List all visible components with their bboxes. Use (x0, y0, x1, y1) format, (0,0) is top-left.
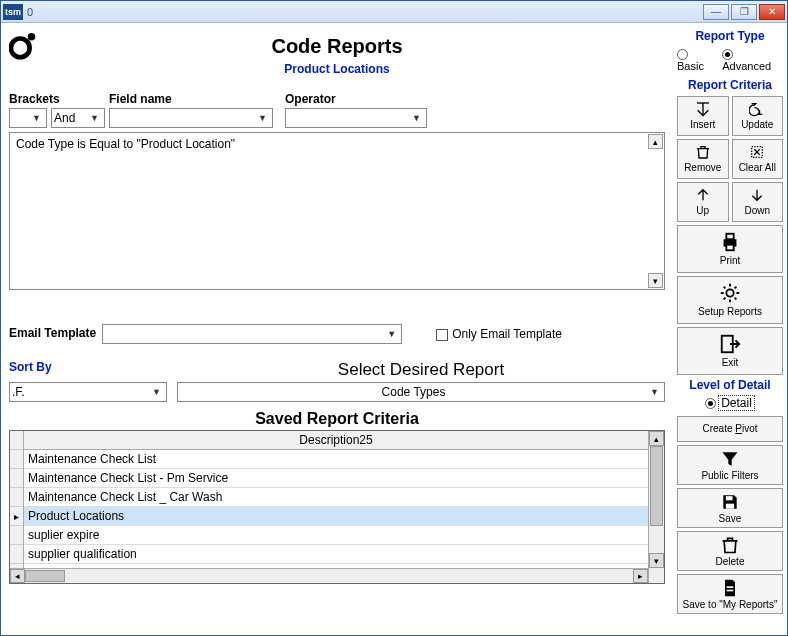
svg-rect-11 (727, 589, 734, 591)
table-row[interactable]: Maintenance Check List - Pm Service (24, 469, 648, 488)
saved-criteria-title: Saved Report Criteria (9, 410, 665, 428)
column-header[interactable]: Description25 (24, 431, 648, 450)
chevron-down-icon: ▼ (255, 109, 270, 127)
detail-radio[interactable]: Detail (705, 396, 755, 410)
report-combo[interactable]: Code Types▼ (177, 382, 665, 402)
table-row-selected[interactable]: Product Locations (24, 507, 648, 526)
save-button[interactable]: Save (677, 488, 783, 528)
page-subtitle: Product Locations (9, 62, 665, 76)
titlebar: tsm 0 — ❐ ✕ (1, 1, 787, 23)
save-to-my-reports-button[interactable]: Save to "My Reports" (677, 574, 783, 614)
criteria-text: Code Type is Equal to "Product Location" (16, 137, 235, 151)
close-button[interactable]: ✕ (759, 4, 785, 20)
clear-icon (749, 144, 765, 160)
scroll-right-icon[interactable]: ▸ (633, 569, 648, 583)
document-icon (720, 578, 740, 598)
vertical-scrollbar[interactable]: ▴ ▾ (648, 431, 664, 583)
svg-rect-6 (726, 245, 733, 251)
field-name-combo[interactable]: ▼ (109, 108, 273, 128)
insert-icon (695, 101, 711, 117)
app-logo-icon (9, 31, 39, 61)
email-template-label: Email Template (9, 326, 96, 340)
scroll-thumb[interactable] (650, 446, 663, 526)
table-row[interactable]: Maintenance Check List (24, 450, 648, 469)
table-row[interactable]: Maintenance Check List _ Car Wash (24, 488, 648, 507)
page-title: Code Reports (9, 35, 665, 58)
row-header[interactable] (10, 450, 23, 469)
maximize-button[interactable]: ❐ (731, 4, 757, 20)
refresh-icon (749, 101, 765, 117)
svg-rect-5 (726, 234, 733, 240)
exit-icon (719, 333, 741, 355)
svg-point-0 (11, 39, 30, 58)
chevron-down-icon: ▼ (29, 109, 44, 127)
arrow-down-icon (749, 187, 765, 203)
exit-button[interactable]: Exit (677, 327, 783, 375)
trash-icon (720, 535, 740, 555)
setup-reports-button[interactable]: Setup Reports (677, 276, 783, 324)
logic-combo[interactable]: And▼ (51, 108, 105, 128)
level-of-detail-label: Level of Detail (677, 378, 783, 392)
remove-button[interactable]: Remove (677, 139, 729, 179)
advanced-radio-label: Advanced (722, 60, 771, 72)
radio-icon (677, 49, 688, 60)
chevron-down-icon: ▼ (384, 325, 399, 343)
operator-label: Operator (285, 92, 427, 106)
svg-rect-12 (727, 586, 734, 588)
chevron-down-icon: ▼ (87, 109, 102, 127)
checkbox-icon (436, 329, 448, 341)
public-filters-button[interactable]: Public Filters (677, 445, 783, 485)
print-icon (719, 231, 741, 253)
detail-radio-label: Detail (718, 395, 755, 411)
email-template-combo[interactable]: ▼ (102, 324, 402, 344)
table-row[interactable]: suplier expire (24, 526, 648, 545)
field-name-label: Field name (109, 92, 273, 106)
operator-combo[interactable]: ▼ (285, 108, 427, 128)
only-email-label: Only Email Template (452, 327, 562, 341)
criteria-textarea[interactable]: Code Type is Equal to "Product Location"… (9, 132, 665, 290)
create-pivot-button[interactable]: Create Pivot (677, 416, 783, 442)
basic-radio-label: Basic (677, 60, 704, 72)
trash-icon (695, 144, 711, 160)
horizontal-scrollbar[interactable]: ◂ ▸ (10, 568, 648, 583)
row-header[interactable] (10, 526, 23, 545)
scroll-up-icon[interactable]: ▴ (649, 431, 664, 446)
scroll-up-button[interactable]: ▴ (648, 134, 663, 149)
app-badge: tsm (3, 4, 23, 20)
sort-by-combo[interactable]: .F.▼ (9, 382, 167, 402)
arrow-up-icon (695, 187, 711, 203)
svg-point-1 (28, 33, 36, 41)
report-criteria-label: Report Criteria (677, 78, 783, 92)
up-button[interactable]: Up (677, 182, 729, 222)
row-header[interactable] (10, 488, 23, 507)
chevron-down-icon: ▼ (647, 383, 662, 401)
down-button[interactable]: Down (732, 182, 784, 222)
scroll-down-icon[interactable]: ▾ (649, 553, 664, 568)
row-header-selected[interactable]: ▸ (10, 507, 23, 526)
insert-button[interactable]: Insert (677, 96, 729, 136)
sort-by-label: Sort By (9, 360, 177, 380)
update-button[interactable]: Update (732, 96, 784, 136)
radio-icon (705, 398, 716, 409)
brackets-combo[interactable]: ▼ (9, 108, 47, 128)
gear-icon (719, 282, 741, 304)
report-type-label: Report Type (677, 29, 783, 43)
print-button[interactable]: Print (677, 225, 783, 273)
select-report-heading: Select Desired Report (177, 360, 665, 380)
svg-rect-9 (726, 496, 733, 500)
minimize-button[interactable]: — (703, 4, 729, 20)
delete-button[interactable]: Delete (677, 531, 783, 571)
svg-rect-10 (726, 503, 734, 508)
brackets-label: Brackets (9, 92, 105, 106)
row-header[interactable] (10, 469, 23, 488)
basic-radio[interactable]: Basic (677, 47, 716, 72)
clear-all-button[interactable]: Clear All (732, 139, 784, 179)
scroll-down-button[interactable]: ▾ (648, 273, 663, 288)
scroll-thumb[interactable] (25, 570, 65, 582)
saved-criteria-grid[interactable]: ▸ Description25 Maintenance Check List M… (9, 430, 665, 584)
scroll-left-icon[interactable]: ◂ (10, 569, 25, 583)
only-email-checkbox[interactable]: Only Email Template (436, 327, 562, 341)
advanced-radio[interactable]: Advanced (722, 47, 783, 72)
table-row[interactable]: supplier qualification (24, 545, 648, 564)
row-header[interactable] (10, 545, 23, 564)
